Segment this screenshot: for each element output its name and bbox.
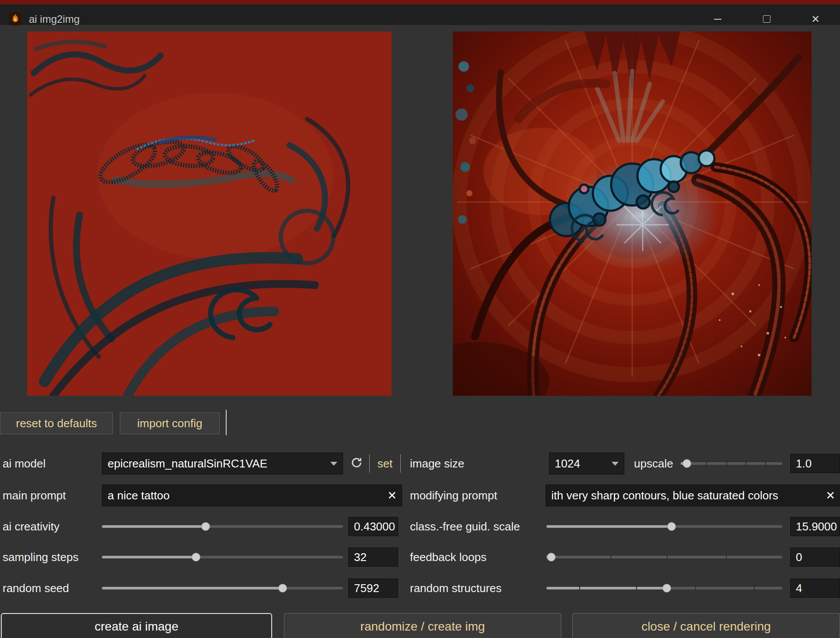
ai-model-value: epicrealism_naturalSinRC1VAE	[108, 457, 327, 471]
modifying-prompt-field: ✕	[546, 485, 840, 506]
slider-tick	[667, 554, 668, 561]
refresh-icon	[350, 457, 363, 471]
sampling-steps-slider[interactable]	[102, 547, 343, 567]
window-controls: ✕	[693, 9, 840, 29]
source-image-preview	[27, 31, 392, 396]
window-title: ai img2img	[29, 9, 80, 29]
slider-tick	[746, 460, 746, 467]
modifying-prompt-input[interactable]	[546, 485, 840, 506]
upscale-slider[interactable]	[681, 453, 782, 474]
feedback-loops-slider[interactable]	[546, 547, 782, 567]
clear-icon[interactable]: ✕	[826, 490, 835, 501]
guidance-scale-value: 15.9000	[790, 517, 840, 536]
slider-tick	[695, 585, 696, 592]
close-icon: ✕	[811, 14, 820, 24]
slider-tick	[579, 585, 580, 592]
divider	[400, 454, 401, 473]
image-size-label: image size	[410, 453, 464, 474]
reset-to-defaults-button[interactable]: reset to defaults	[0, 412, 113, 434]
clear-icon[interactable]: ✕	[387, 490, 397, 501]
maximize-icon	[763, 15, 770, 23]
ai-model-label: ai model	[3, 453, 46, 474]
ai-creativity-label: ai creativity	[3, 516, 60, 537]
close-cancel-rendering-button[interactable]: close / cancel rendering	[572, 613, 840, 638]
ai-creativity-slider[interactable]	[102, 516, 343, 537]
close-button[interactable]: ✕	[791, 9, 840, 29]
window-top-edge	[0, 0, 840, 4]
upscale-label: upscale	[634, 453, 673, 474]
sampling-steps-value: 32	[348, 547, 398, 567]
create-ai-image-button[interactable]: create ai image	[1, 613, 272, 638]
slider-handle[interactable]	[201, 522, 210, 531]
app-flame-icon	[9, 12, 22, 25]
modifying-prompt-label: modifying prompt	[410, 485, 497, 506]
slider-track[interactable]	[681, 462, 782, 465]
result-image-preview	[453, 31, 812, 396]
slider-handle[interactable]	[662, 584, 671, 593]
titlebar[interactable]: ai img2img ✕	[0, 4, 840, 25]
chevron-down-icon	[330, 462, 337, 466]
random-structures-label: random structures	[410, 578, 502, 598]
feedback-loops-label: feedback loops	[410, 547, 486, 567]
maximize-button[interactable]	[742, 9, 791, 29]
main-prompt-input[interactable]	[102, 485, 402, 506]
slider-handle[interactable]	[278, 584, 287, 593]
slider-handle[interactable]	[667, 522, 676, 531]
slider-tick	[765, 460, 766, 467]
image-size-select[interactable]: 1024	[549, 453, 624, 474]
slider-track[interactable]	[546, 556, 782, 558]
slider-handle[interactable]	[547, 553, 556, 561]
upscale-value: 1.0	[790, 454, 840, 473]
main-prompt-field: ✕	[102, 485, 402, 506]
slider-tick	[726, 460, 727, 467]
random-structures-slider[interactable]	[546, 578, 782, 598]
divider	[369, 454, 370, 473]
slider-handle[interactable]	[192, 553, 200, 561]
slider-handle[interactable]	[682, 459, 691, 468]
slider-fill	[546, 587, 667, 589]
ai-model-select[interactable]: epicrealism_naturalSinRC1VAE	[102, 453, 343, 474]
set-model-button[interactable]: set	[371, 453, 399, 474]
slider-tick	[726, 554, 727, 561]
random-structures-value: 4	[790, 579, 840, 598]
minimize-icon	[714, 19, 721, 20]
slider-fill	[102, 556, 196, 558]
image-size-value: 1024	[555, 457, 608, 471]
config-bar-divider	[226, 410, 227, 435]
feedback-loops-value: 0	[790, 547, 840, 567]
minimize-button[interactable]	[693, 9, 742, 29]
slider-tick	[754, 585, 755, 592]
randomize-create-button[interactable]: randomize / create img	[284, 613, 561, 638]
slider-fill	[546, 525, 672, 528]
refresh-models-button[interactable]	[346, 453, 368, 474]
chevron-down-icon	[612, 462, 619, 466]
sampling-steps-label: sampling steps	[3, 547, 78, 567]
slider-fill	[102, 587, 283, 589]
guidance-scale-label: class.-free guid. scale	[410, 516, 520, 537]
random-seed-slider[interactable]	[102, 578, 343, 598]
random-seed-value: 7592	[348, 579, 398, 598]
slider-tick	[636, 585, 637, 592]
ai-creativity-value: 0.43000	[348, 517, 398, 536]
import-config-button[interactable]: import config	[120, 412, 220, 434]
slider-tick	[610, 554, 611, 561]
main-prompt-label: main prompt	[3, 485, 66, 506]
slider-tick	[706, 460, 707, 467]
random-seed-label: random seed	[3, 578, 69, 598]
slider-fill	[102, 525, 206, 528]
guidance-scale-slider[interactable]	[546, 516, 782, 537]
